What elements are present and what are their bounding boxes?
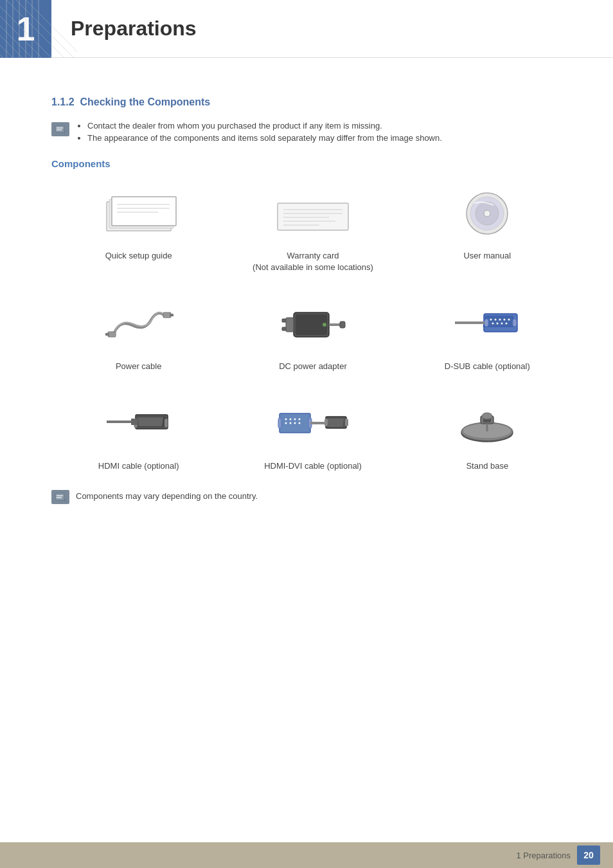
svg-rect-76 bbox=[278, 418, 281, 428]
component-dc-power-adapter: DC power adapter bbox=[226, 290, 400, 383]
svg-point-69 bbox=[294, 418, 296, 420]
bottom-note: Components may vary depending on the cou… bbox=[51, 489, 574, 504]
svg-point-67 bbox=[285, 418, 287, 420]
svg-point-48 bbox=[490, 319, 492, 321]
component-hdmi-dvi-cable: HDMI-DVI cable (optional) bbox=[226, 390, 400, 482]
svg-line-14 bbox=[26, 0, 77, 51]
hdmi-dvi-cable-illustration bbox=[274, 399, 351, 451]
svg-rect-65 bbox=[131, 419, 138, 425]
svg-rect-25 bbox=[278, 203, 348, 230]
notes-text: Contact the dealer from whom you purchas… bbox=[77, 121, 574, 145]
component-user-manual: User manual bbox=[400, 179, 574, 284]
stand-base-label: Stand base bbox=[466, 460, 508, 472]
svg-point-70 bbox=[298, 418, 300, 420]
hdmi-dvi-cable-image bbox=[271, 396, 355, 454]
footer-page-number: 20 bbox=[577, 845, 600, 865]
dc-power-adapter-illustration bbox=[274, 300, 351, 351]
user-manual-illustration bbox=[449, 189, 526, 240]
svg-point-56 bbox=[506, 323, 508, 325]
svg-point-72 bbox=[289, 422, 291, 424]
svg-line-6 bbox=[0, 6, 58, 58]
svg-rect-63 bbox=[164, 419, 168, 428]
svg-rect-58 bbox=[513, 319, 517, 327]
svg-point-52 bbox=[508, 319, 510, 321]
svg-point-68 bbox=[289, 418, 291, 420]
svg-line-7 bbox=[0, 16, 48, 58]
component-warranty-card: Warranty card (Not available in some loc… bbox=[226, 179, 400, 284]
note-item-2: The appearance of the components and ite… bbox=[87, 133, 574, 143]
stand-base-image bbox=[445, 396, 529, 454]
svg-point-71 bbox=[285, 422, 287, 424]
svg-point-54 bbox=[497, 323, 499, 325]
bottom-note-text: Components may vary depending on the cou… bbox=[76, 491, 258, 501]
power-cable-illustration bbox=[100, 300, 177, 351]
main-content: 1.1.2 Checking the Components Contact th… bbox=[0, 58, 613, 543]
dsub-cable-illustration bbox=[449, 300, 526, 351]
svg-point-50 bbox=[499, 319, 501, 321]
svg-rect-21 bbox=[112, 197, 176, 226]
note-box: Contact the dealer from whom you purchas… bbox=[51, 121, 574, 145]
svg-line-12 bbox=[6, 0, 64, 58]
dsub-cable-label: D-SUB cable (optional) bbox=[445, 361, 530, 372]
note-icon bbox=[51, 122, 69, 136]
components-grid: Quick setup guide Warranty card (Not ava… bbox=[51, 179, 574, 482]
user-manual-label: User manual bbox=[463, 250, 511, 262]
svg-point-74 bbox=[298, 422, 300, 424]
svg-rect-36 bbox=[105, 333, 109, 336]
svg-point-46 bbox=[323, 323, 326, 327]
svg-line-11 bbox=[0, 55, 10, 58]
svg-rect-15 bbox=[55, 125, 64, 132]
pencil-icon bbox=[55, 124, 66, 134]
stand-base-illustration bbox=[449, 399, 526, 451]
svg-point-88 bbox=[482, 413, 492, 419]
warranty-card-illustration bbox=[274, 189, 351, 240]
dsub-cable-image bbox=[445, 296, 529, 354]
svg-rect-89 bbox=[55, 493, 64, 500]
bottom-note-icon bbox=[51, 490, 69, 504]
quick-setup-guide-image bbox=[97, 186, 181, 244]
components-label: Components bbox=[51, 158, 574, 169]
power-cable-label: Power cable bbox=[116, 361, 162, 372]
component-hdmi-cable: HDMI cable (optional) bbox=[51, 390, 226, 482]
svg-point-73 bbox=[294, 422, 296, 424]
svg-rect-43 bbox=[286, 318, 294, 332]
svg-rect-80 bbox=[324, 419, 328, 426]
warranty-card-label: Warranty card (Not available in some loc… bbox=[253, 250, 373, 273]
quick-setup-guide-label: Quick setup guide bbox=[105, 250, 172, 262]
hdmi-cable-illustration bbox=[100, 399, 177, 451]
note-item-1: Contact the dealer from whom you purchas… bbox=[87, 121, 574, 131]
component-quick-setup-guide: Quick setup guide bbox=[51, 179, 226, 284]
component-power-cable: Power cable bbox=[51, 290, 226, 383]
svg-point-34 bbox=[484, 210, 490, 217]
svg-point-49 bbox=[495, 319, 497, 321]
power-cable-image bbox=[97, 296, 181, 354]
hdmi-dvi-cable-label: HDMI-DVI cable (optional) bbox=[264, 460, 362, 472]
svg-rect-81 bbox=[345, 419, 348, 426]
dc-power-adapter-label: DC power adapter bbox=[279, 361, 347, 372]
svg-rect-45 bbox=[340, 321, 345, 328]
page-title: Preparations bbox=[71, 17, 197, 41]
footer-text: 1 Preparations bbox=[516, 851, 571, 860]
hdmi-cable-label: HDMI cable (optional) bbox=[98, 460, 179, 472]
component-stand-base: Stand base bbox=[400, 390, 574, 482]
header-decoration bbox=[0, 0, 77, 58]
svg-line-13 bbox=[16, 0, 74, 58]
svg-point-53 bbox=[492, 323, 494, 325]
warranty-card-image bbox=[271, 186, 355, 244]
quick-setup-guide-illustration bbox=[100, 189, 177, 240]
header: 1 Preparations bbox=[0, 0, 613, 58]
footer: 1 Preparations 20 bbox=[0, 842, 613, 868]
dc-power-adapter-image bbox=[271, 296, 355, 354]
pencil-icon-2 bbox=[55, 492, 66, 502]
component-dsub-cable: D-SUB cable (optional) bbox=[400, 290, 574, 383]
svg-line-9 bbox=[0, 35, 29, 58]
svg-rect-57 bbox=[484, 319, 488, 327]
svg-rect-40 bbox=[296, 314, 327, 335]
svg-rect-75 bbox=[274, 399, 276, 403]
user-manual-image bbox=[445, 186, 529, 244]
hdmi-cable-image bbox=[97, 396, 181, 454]
svg-point-51 bbox=[504, 319, 506, 321]
section-heading: 1.1.2 Checking the Components bbox=[51, 96, 574, 108]
svg-rect-38 bbox=[170, 314, 173, 316]
svg-point-55 bbox=[501, 323, 503, 325]
